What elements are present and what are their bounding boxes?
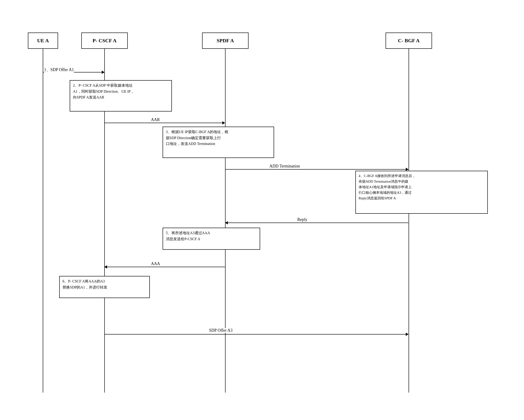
label-aaa: AAA xyxy=(151,261,160,266)
entity-ue-a: UE A xyxy=(28,33,58,49)
lifeline-ue xyxy=(43,49,43,393)
arrow-aaa xyxy=(105,267,225,267)
sequence-diagram: UE A P- CSCF A SPDF A C- BGF A 1、SDP Off… xyxy=(14,18,511,402)
lifeline-cbgf xyxy=(409,49,409,393)
note-6: 6、P- CSCF A将AAA的A3 替换SDP的A1，并进行转发 xyxy=(59,276,150,298)
arrow-aar xyxy=(105,123,225,123)
arrow-sdp-offer-a3 xyxy=(105,334,408,334)
entity-p-cscf-a: P- CSCF A xyxy=(81,33,128,49)
note-5: 5、将所述地址A3通过AAA 消息发送给P-CSCF A xyxy=(163,228,260,250)
label-msg1: 1、SDP Offer A1 xyxy=(44,67,74,72)
arrow-add-term xyxy=(225,169,408,170)
note-3: 3、根据UE IP获取C-BGF A的地址，根 据SDP Direction确定… xyxy=(163,127,274,158)
lifeline-spdf xyxy=(225,49,226,393)
entity-c-bgf-a: C- BGF A xyxy=(385,33,432,49)
note-4: 4、C-BGF A接收到所述申请消息后， 依据ADD Termination消息… xyxy=(355,171,488,214)
entity-spdf-a: SPDF A xyxy=(202,33,249,49)
label-add-term: ADD Termination xyxy=(270,164,300,169)
label-reply: Reply xyxy=(297,217,307,222)
note-2: 2、P- CSCF A从SDP 中获取媒体地址 A1，同时获取SDP Direc… xyxy=(70,80,172,112)
label-aar: AAR xyxy=(151,117,160,122)
arrow-reply xyxy=(225,223,408,223)
label-sdp-offer-a3: SDP Offer A3 xyxy=(209,328,233,333)
